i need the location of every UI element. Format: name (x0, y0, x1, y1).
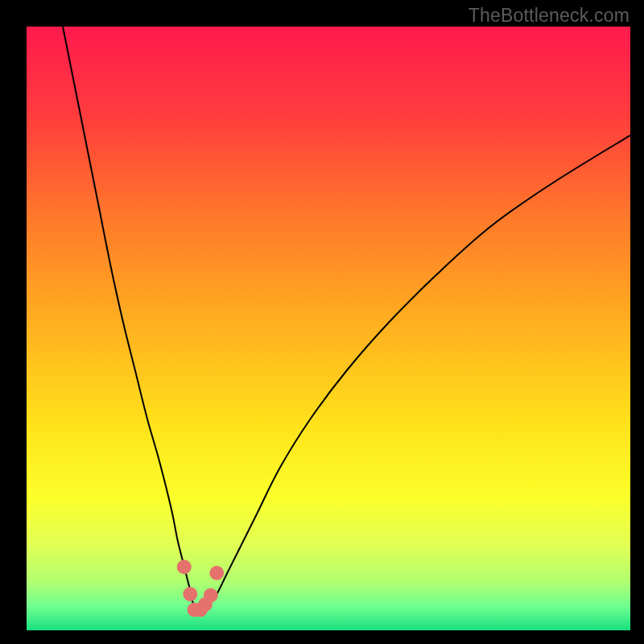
plot-area (27, 27, 630, 630)
highlight-dot (177, 559, 192, 574)
chart-svg (27, 27, 630, 630)
chart-frame: TheBottleneck.com (0, 0, 644, 644)
watermark-text: TheBottleneck.com (469, 5, 630, 27)
highlight-dot (183, 587, 197, 601)
highlight-dot (204, 588, 218, 603)
gradient-background (27, 27, 630, 630)
highlight-dot (209, 566, 224, 580)
